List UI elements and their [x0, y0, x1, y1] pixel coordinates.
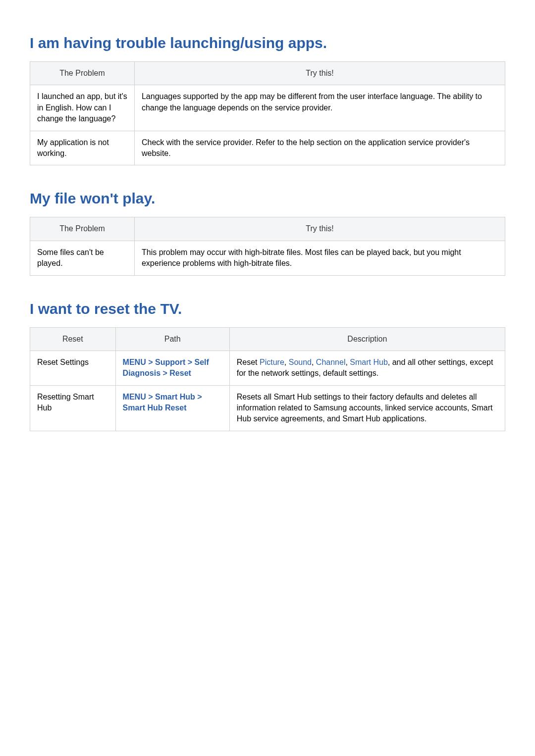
- desc-text: Reset: [237, 358, 260, 366]
- path-segment: MENU: [123, 393, 146, 401]
- table-row: Some files can't be played. This problem…: [30, 241, 505, 275]
- cell-problem: I launched an app, but it's in English. …: [30, 85, 135, 131]
- th-problem: The Problem: [30, 62, 135, 85]
- th-problem: The Problem: [30, 217, 135, 241]
- table-row: I launched an app, but it's in English. …: [30, 85, 505, 131]
- chevron-right-icon: >: [160, 369, 169, 377]
- th-description: Description: [229, 327, 505, 351]
- cell-solution: Languages supported by the app may be di…: [134, 85, 505, 131]
- section-heading-file: My file won't play.: [30, 190, 505, 207]
- table-row: Reset Settings MENU > Support > Self Dia…: [30, 351, 505, 385]
- chevron-right-icon: >: [146, 393, 155, 401]
- cell-description: Reset Picture, Sound, Channel, Smart Hub…: [229, 351, 505, 385]
- highlight-term: Channel: [316, 358, 346, 366]
- table-row: Resetting Smart Hub MENU > Smart Hub > S…: [30, 385, 505, 431]
- path-segment: Smart Hub: [155, 393, 195, 401]
- chevron-right-icon: >: [185, 358, 194, 366]
- chevron-right-icon: >: [195, 393, 202, 401]
- cell-reset: Reset Settings: [30, 351, 116, 385]
- path-segment: Support: [155, 358, 185, 366]
- cell-reset: Resetting Smart Hub: [30, 385, 116, 431]
- path-segment: Smart Hub Reset: [123, 403, 187, 412]
- cell-path: MENU > Support > Self Diagnosis > Reset: [115, 351, 229, 385]
- highlight-term: Smart Hub: [350, 358, 387, 366]
- table-reset: Reset Path Description Reset Settings ME…: [30, 327, 505, 431]
- section-heading-reset: I want to reset the TV.: [30, 301, 505, 317]
- th-path: Path: [115, 327, 229, 351]
- chevron-right-icon: >: [146, 358, 155, 366]
- cell-problem: My application is not working.: [30, 131, 135, 165]
- th-reset: Reset: [30, 327, 116, 351]
- table-file: The Problem Try this! Some files can't b…: [30, 217, 505, 275]
- cell-solution: This problem may occur with high-bitrate…: [134, 241, 505, 275]
- highlight-term: Picture: [260, 358, 284, 366]
- cell-solution: Check with the service provider. Refer t…: [134, 131, 505, 165]
- table-row: My application is not working. Check wit…: [30, 131, 505, 165]
- cell-problem: Some files can't be played.: [30, 241, 135, 275]
- path-segment: MENU: [123, 358, 146, 366]
- path-segment: Reset: [169, 369, 191, 377]
- cell-path: MENU > Smart Hub > Smart Hub Reset: [115, 385, 229, 431]
- table-apps: The Problem Try this! I launched an app,…: [30, 61, 505, 165]
- cell-description: Resets all Smart Hub settings to their f…: [229, 385, 505, 431]
- section-heading-apps: I am having trouble launching/using apps…: [30, 35, 505, 51]
- th-trythis: Try this!: [134, 62, 505, 85]
- th-trythis: Try this!: [134, 217, 505, 241]
- highlight-term: Sound: [289, 358, 312, 366]
